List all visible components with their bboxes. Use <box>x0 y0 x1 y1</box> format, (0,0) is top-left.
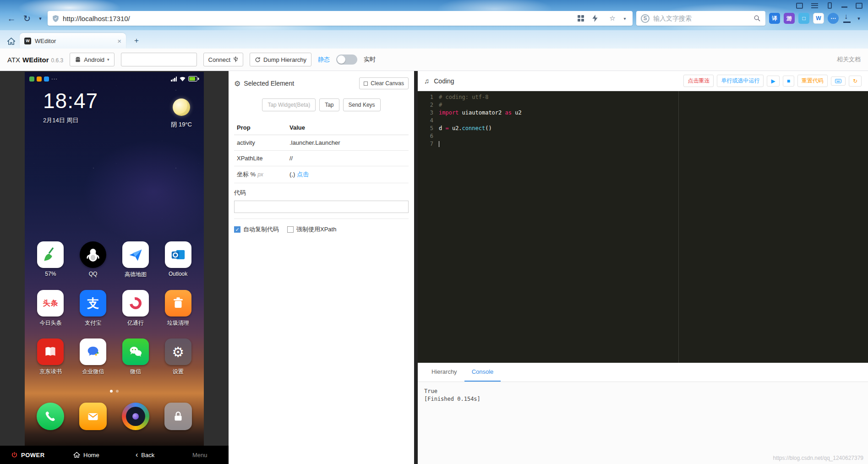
notification-icons: ··· <box>29 76 58 82</box>
game-extension-icon[interactable]: 游 <box>784 13 795 24</box>
mode-toggle[interactable] <box>336 55 357 65</box>
device-screen-mirror[interactable]: ··· 18:47 2月14日 周日 阴 19°C <box>25 72 204 446</box>
menu-button[interactable]: Menu <box>192 446 207 464</box>
tap-widget-button[interactable]: Tap Widget(Beta) <box>262 98 316 111</box>
tab-weditor[interactable]: W WEditor × <box>20 33 126 49</box>
weather-widget: 阴 19°C <box>171 98 192 129</box>
notif-green-icon <box>29 76 34 82</box>
menu-dropdown-icon[interactable]: ▾ <box>855 16 863 21</box>
tab-console[interactable]: Console <box>464 363 501 382</box>
code-row-label: 代码 <box>234 189 409 197</box>
home-nav-icon <box>73 452 80 458</box>
notif-blue-icon <box>44 76 49 82</box>
address-bar[interactable]: http://localhost:17310/ ☆ ▾ <box>48 11 633 26</box>
address-row: ← ↻ ▾ http://localhost:17310/ ☆ ▾ S 译 游 … <box>0 9 868 27</box>
tap-button[interactable]: Tap <box>319 98 339 111</box>
hamburger-menu-icon[interactable] <box>811 3 818 8</box>
dock-messages-app[interactable] <box>72 403 115 430</box>
stop-button[interactable]: ■ <box>783 76 794 87</box>
tab-hierarchy[interactable]: Hierarchy <box>424 363 464 382</box>
app-outlook[interactable]: Outlook <box>157 241 199 278</box>
bookmark-star-icon[interactable]: ☆ <box>607 14 618 22</box>
app-jd-read[interactable]: 京东读书 <box>29 338 72 376</box>
refresh-icon[interactable]: ↻ <box>21 14 33 23</box>
run-play-button[interactable]: ▶ <box>767 76 779 87</box>
device-serial-input[interactable] <box>121 53 197 66</box>
dock-secure-folder-app[interactable] <box>157 403 199 430</box>
app-trash-cleaner[interactable]: 垃圾清理 <box>157 290 199 327</box>
toggle-knob <box>337 55 345 64</box>
mode-static-label[interactable]: 静态 <box>318 55 330 64</box>
app-alipay[interactable]: 支 支付宝 <box>72 290 115 327</box>
dock-phone-app[interactable] <box>29 403 72 430</box>
browser-tabbar: W WEditor × + <box>0 30 868 49</box>
force-xpath-checkbox[interactable] <box>287 226 294 233</box>
new-tab-button[interactable]: + <box>131 36 142 46</box>
reset-code-button[interactable]: 重置代码 <box>797 75 828 87</box>
auto-copy-checkbox[interactable]: ✓ <box>234 226 240 233</box>
app-cleaner[interactable]: 57% <box>29 241 72 278</box>
wps-extension-icon[interactable]: W <box>813 13 824 24</box>
browser-search-input[interactable] <box>653 15 750 22</box>
reconnect-button[interactable]: 点击重连 <box>683 75 714 87</box>
alipay-icon: 支 <box>80 290 106 317</box>
px-suffix: px <box>257 171 263 178</box>
download-icon[interactable] <box>842 14 852 23</box>
mode-realtime-label[interactable]: 实时 <box>364 55 376 64</box>
page-dot-active <box>110 390 113 393</box>
app-settings[interactable]: ⚙ 设置 <box>157 338 199 376</box>
addressbar-dropdown-icon[interactable]: ▾ <box>622 16 628 21</box>
magnifier-icon[interactable] <box>753 15 761 22</box>
back-button[interactable]: ‹ Back <box>136 446 154 464</box>
clear-canvas-button[interactable]: Clear Canvas <box>359 77 409 89</box>
code-editor[interactable]: 1 2 3 4 5 6 7 # coding: utf-8 # import u… <box>418 91 868 363</box>
keyboard-button[interactable] <box>831 76 846 86</box>
back-icon[interactable]: ← <box>5 14 17 23</box>
notes-extension-icon[interactable]: □ <box>798 13 809 24</box>
tab-close-icon[interactable]: × <box>117 37 121 45</box>
app-wecom[interactable]: 企业微信 <box>72 338 115 376</box>
app-label: 垃圾清理 <box>167 319 189 327</box>
phone-sync-icon[interactable] <box>828 2 832 9</box>
app-toutiao[interactable]: 头条 今日头条 <box>29 290 72 327</box>
wifi-icon <box>179 76 186 82</box>
boss-window-icon[interactable] <box>796 3 803 9</box>
search-engine-logo-icon[interactable]: S <box>641 14 650 23</box>
power-button[interactable]: POWER <box>11 446 45 464</box>
app-amap[interactable]: 高德地图 <box>115 241 157 278</box>
send-keys-button[interactable]: Send Keys <box>343 98 381 111</box>
speed-dial-icon[interactable] <box>578 15 589 22</box>
property-table: Prop Value activity .launcher.Launcher X… <box>234 120 409 183</box>
device-select[interactable]: Android ▾ <box>70 53 114 66</box>
url-text[interactable]: http://localhost:17310/ <box>63 15 574 22</box>
weditor-app: ← ↻ ▾ http://localhost:17310/ ☆ ▾ S 译 游 … <box>0 0 868 464</box>
minimize-icon[interactable] <box>841 4 847 8</box>
console-output: True [Finished 0.154s] <box>418 382 868 464</box>
docs-link[interactable]: 相关文档 <box>837 55 861 64</box>
maximize-icon[interactable] <box>856 3 863 9</box>
turbo-icon[interactable] <box>592 15 603 22</box>
app-wechat[interactable]: 微信 <box>115 338 157 376</box>
generated-code-input[interactable] <box>234 201 409 213</box>
history-dropdown-icon[interactable]: ▾ <box>37 16 44 21</box>
reload-code-button[interactable]: ↻ <box>849 76 862 87</box>
device-select-value: Android <box>84 56 104 63</box>
app-yitongxing[interactable]: 亿通行 <box>115 290 157 327</box>
value-column-header: Value <box>287 120 409 135</box>
panel-splitter[interactable] <box>414 71 418 464</box>
more-extensions-icon[interactable]: ⋯ <box>828 13 839 24</box>
run-selection-button[interactable]: 单行或选中运行 <box>717 75 764 87</box>
dump-hierarchy-button[interactable]: Dump Hierarchy <box>250 53 311 66</box>
app-qq[interactable]: QQ <box>72 241 115 278</box>
home-button[interactable]: Home <box>73 446 99 464</box>
coding-title: Coding <box>434 77 454 85</box>
translate-extension-icon[interactable]: 译 <box>769 13 780 24</box>
app-label: 高德地图 <box>125 271 147 278</box>
app-label: 57% <box>45 271 56 277</box>
brand-version: 0.6.3 <box>51 57 64 64</box>
dock-browser-app[interactable] <box>115 403 157 430</box>
home-icon[interactable] <box>7 38 15 45</box>
envelope-icon <box>79 403 107 430</box>
coords-click-link[interactable]: 点击 <box>297 171 309 178</box>
connect-button[interactable]: Connect <box>203 53 243 66</box>
